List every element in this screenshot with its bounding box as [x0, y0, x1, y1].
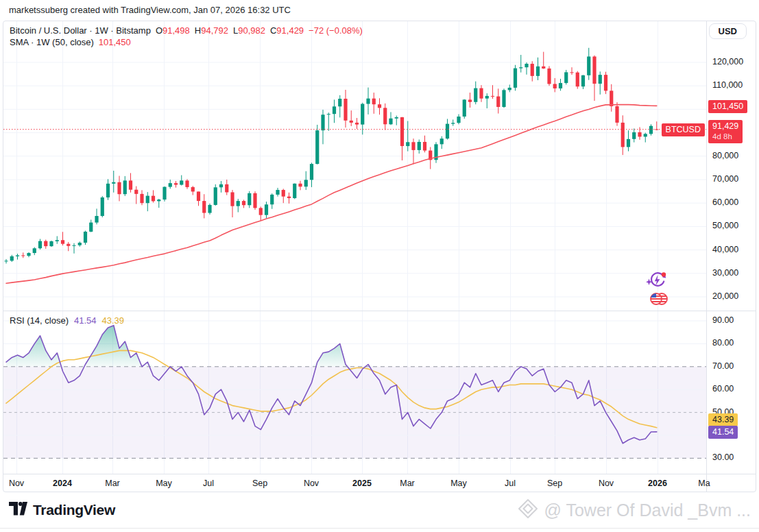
price-axis-label: 110,000	[712, 80, 743, 90]
sma-label[interactable]: SMA · 1W (50, close)	[10, 37, 94, 47]
rsi-axis-label: 60.00	[712, 384, 734, 394]
current-price-tag: 91,429 4d 8h	[708, 120, 743, 143]
time-axis-label: Jul	[203, 479, 214, 488]
price-axis-label: 120,000	[712, 57, 743, 66]
pane-divider[interactable]	[3, 311, 756, 311]
close-value: 91,429	[276, 25, 304, 36]
low-value: 90,982	[238, 25, 265, 36]
watermark-text: @ Tower Of David _Bvm ...	[544, 500, 751, 520]
time-axis-label: Mar	[400, 479, 415, 488]
time-axis-label: Sep	[547, 479, 562, 488]
time-axis-label: May	[156, 479, 172, 488]
sma-row: SMA · 1W (50, close)101,450	[10, 36, 363, 48]
tradingview-logo[interactable]: TradingView	[9, 502, 115, 518]
open-value: 91,498	[162, 25, 190, 36]
rsi-ma-value: 43.39	[102, 315, 125, 326]
bottom-divider	[0, 528, 759, 529]
price-axis-label: 50,000	[712, 221, 738, 230]
price-axis-label: 40,000	[712, 245, 738, 254]
currency-toggle-button[interactable]: USD	[709, 23, 747, 39]
symbol-title[interactable]: Bitcoin / U.S. Dollar · 1W · Bitstamp	[10, 25, 151, 36]
rsi-value: 41.54	[74, 315, 97, 326]
rsi-legend: RSI (14, close)41.5443.39	[10, 315, 124, 326]
tradingview-logo-icon	[9, 502, 27, 518]
high-value: 94,792	[201, 25, 228, 36]
time-axis-label: Mar	[105, 479, 120, 488]
time-axis-label: Nov	[304, 479, 319, 488]
time-axis-label: Nov	[599, 479, 614, 488]
page: marketssuberg created with TradingView.c…	[0, 0, 759, 532]
rsi-value-tag: 41.54	[708, 426, 738, 439]
price-axis[interactable]: 120,000110,00080,00070,00060,00050,00040…	[707, 21, 756, 474]
sma-price-tag: 101,450	[708, 100, 747, 113]
rsi-axis-label: 90.00	[712, 315, 734, 325]
rsi-axis-label: 80.00	[712, 338, 734, 348]
price-axis-label: 30,000	[712, 268, 738, 278]
chart-widget: Bitcoin / U.S. Dollar · 1W · BitstampO91…	[3, 21, 756, 492]
high-label: H	[195, 25, 201, 36]
price-axis-label: 20,000	[712, 291, 738, 301]
price-chart-canvas[interactable]	[3, 21, 706, 474]
time-axis-label: 2025	[352, 479, 372, 488]
time-axis-label: Jul	[505, 479, 516, 488]
rsi-axis-label: 70.00	[712, 361, 734, 371]
time-axis-label: 2026	[648, 479, 667, 488]
time-axis-label: May	[450, 479, 467, 488]
footer: TradingView @ Tower Of David _Bvm ...	[0, 492, 759, 528]
price-axis-label: 70,000	[712, 174, 738, 184]
economic-events-icon[interactable]	[645, 270, 668, 291]
rsi-title[interactable]: RSI (14, close)	[10, 315, 69, 326]
close-label: C	[270, 25, 276, 36]
rsi-axis-label: 30.00	[712, 452, 734, 462]
symbol-price-flag: BTCUSD	[662, 123, 705, 136]
rsi-ma-tag: 43.39	[708, 413, 738, 426]
time-axis[interactable]: Nov2024MarMayJulSepNov2025MarMayJulSepNo…	[3, 474, 756, 492]
logo-text: TradingView	[33, 502, 115, 518]
time-axis-label: 2024	[53, 479, 72, 488]
price-axis-label: 80,000	[712, 151, 738, 160]
diamond-logo-icon	[517, 498, 539, 522]
watermark: @ Tower Of David _Bvm ...	[517, 498, 751, 522]
current-price-value: 91,429	[712, 121, 738, 132]
time-axis-label: Ma	[698, 479, 710, 488]
sma-value: 101,450	[99, 37, 131, 47]
chart-legend: Bitcoin / U.S. Dollar · 1W · BitstampO91…	[10, 25, 363, 48]
us-flag-icon[interactable]	[648, 289, 671, 309]
attribution-text: marketssuberg created with TradingView.c…	[9, 5, 291, 15]
open-label: O	[156, 25, 162, 36]
bar-countdown: 4d 8h	[712, 132, 738, 142]
time-axis-label: Sep	[252, 479, 267, 488]
time-axis-label: Nov	[9, 479, 24, 488]
change-value: −72 (−0.08%)	[309, 25, 363, 36]
ohlc-row: Bitcoin / U.S. Dollar · 1W · BitstampO91…	[10, 25, 363, 36]
price-axis-label: 60,000	[712, 197, 738, 207]
